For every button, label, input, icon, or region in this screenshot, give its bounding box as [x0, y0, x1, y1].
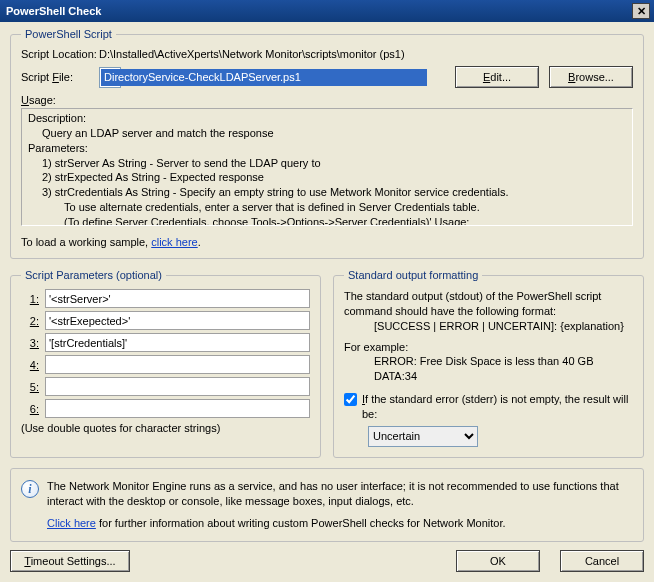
script-file-select[interactable]	[99, 67, 121, 88]
stdout-example-label: For example:	[344, 340, 633, 355]
group-legend-script: PowerShell Script	[21, 28, 116, 40]
usage-desc-line: Query an LDAP server and match the respo…	[28, 126, 626, 141]
stderr-checkbox[interactable]	[344, 393, 357, 406]
stderr-label: If the standard error (stderr) is not em…	[362, 392, 633, 422]
group-legend-stdout: Standard output formatting	[344, 269, 482, 281]
usage-param-2: 2) strExpected As String - Expected resp…	[28, 170, 626, 185]
usage-param-3a: To use alternate credentials, enter a se…	[28, 200, 626, 215]
powershell-script-group: PowerShell Script Script Location: D:\In…	[10, 28, 644, 259]
usage-desc-heading: Description:	[28, 111, 626, 126]
param-input-5[interactable]	[45, 377, 310, 396]
script-location-value: D:\Installed\ActiveXperts\Network Monito…	[99, 48, 633, 60]
load-sample-link[interactable]: click here	[151, 236, 197, 248]
script-location-label: Script Location:	[21, 48, 99, 60]
timeout-settings-button[interactable]: Timeout Settings...	[10, 550, 130, 572]
param-hint: (Use double quotes for character strings…	[21, 422, 310, 434]
stdout-format: [SUCCESS | ERROR | UNCERTAIN]: {explanat…	[344, 319, 633, 334]
note-line1: The Network Monitor Engine runs as a ser…	[47, 479, 633, 509]
note-line2: for further information about writing cu…	[96, 517, 506, 529]
titlebar: PowerShell Check ✕	[0, 0, 654, 22]
script-parameters-group: Script Parameters (optional) 1: 2: 3: 4:…	[10, 269, 321, 458]
cancel-button[interactable]: Cancel	[560, 550, 644, 572]
edit-button[interactable]: Edit...	[455, 66, 539, 88]
ok-button[interactable]: OK	[456, 550, 540, 572]
script-file-label: Script File:	[21, 71, 99, 83]
usage-param-3: 3) strCredentials As String - Specify an…	[28, 185, 626, 200]
usage-param-3b: (To define Server Credentials, choose To…	[28, 215, 626, 226]
info-note: i The Network Monitor Engine runs as a s…	[10, 468, 644, 543]
usage-textbox[interactable]: Description: Query an LDAP server and ma…	[21, 108, 633, 226]
group-legend-params: Script Parameters (optional)	[21, 269, 166, 281]
param-input-2[interactable]	[45, 311, 310, 330]
param-input-1[interactable]	[45, 289, 310, 308]
browse-button[interactable]: Browse...	[549, 66, 633, 88]
window-title: PowerShell Check	[4, 5, 632, 17]
stderr-result-select[interactable]: Uncertain	[368, 426, 478, 447]
usage-param-1: 1) strServer As String - Server to send …	[28, 156, 626, 171]
param-input-3[interactable]	[45, 333, 310, 352]
stdout-line1: The standard output (stdout) of the Powe…	[344, 289, 633, 319]
info-icon: i	[21, 480, 39, 498]
param-input-6[interactable]	[45, 399, 310, 418]
usage-params-heading: Parameters:	[28, 141, 626, 156]
usage-label: Usage:	[21, 94, 56, 106]
stdout-example: ERROR: Free Disk Space is less than 40 G…	[344, 354, 633, 384]
close-button[interactable]: ✕	[632, 3, 650, 19]
note-link[interactable]: Click here	[47, 517, 96, 529]
stdout-format-group: Standard output formatting The standard …	[333, 269, 644, 458]
sample-hint: To load a working sample, click here.	[21, 236, 633, 248]
script-file-value: DirectoryService-CheckLDAPServer.ps1	[101, 69, 427, 86]
param-input-4[interactable]	[45, 355, 310, 374]
